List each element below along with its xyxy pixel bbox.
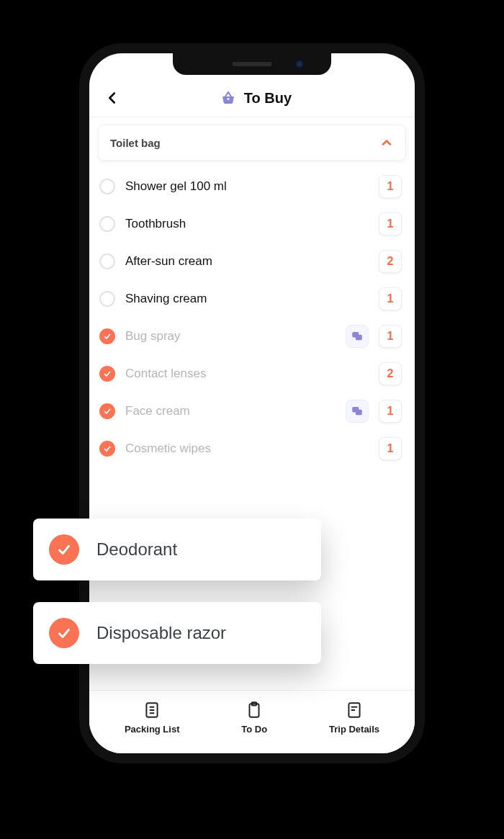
- quantity-button[interactable]: 1: [379, 325, 402, 348]
- item-label[interactable]: Cosmetic wipes: [125, 441, 369, 456]
- list-item: Cosmetic wipes1: [98, 430, 406, 467]
- svg-point-0: [227, 98, 229, 100]
- clipboard-icon: [245, 701, 264, 719]
- back-button[interactable]: [102, 88, 122, 108]
- callout-card: Deodorant: [33, 519, 321, 580]
- item-label[interactable]: Face cream: [125, 404, 336, 418]
- basket-icon: [220, 89, 237, 107]
- list-icon: [143, 701, 161, 719]
- checkbox-unchecked[interactable]: [99, 254, 115, 269]
- checkbox-checked[interactable]: [99, 403, 115, 419]
- item-label[interactable]: Shower gel 100 ml: [125, 179, 369, 194]
- item-label[interactable]: After-sun cream: [125, 254, 369, 269]
- tab-label: To Do: [241, 724, 267, 735]
- checked-circle-icon: [49, 534, 79, 565]
- document-icon: [345, 701, 364, 719]
- item-label[interactable]: Contact lenses: [125, 367, 369, 381]
- section-title: Toilet bag: [110, 137, 161, 149]
- tab-label: Trip Details: [329, 724, 379, 735]
- item-label[interactable]: Toothbrush: [125, 217, 369, 231]
- checkbox-checked[interactable]: [99, 366, 115, 382]
- checkbox-checked[interactable]: [99, 441, 115, 457]
- page-title: To Buy: [244, 90, 292, 107]
- callout-label: Disposable razor: [96, 623, 226, 643]
- item-list: Shower gel 100 ml1Toothbrush1After-sun c…: [98, 168, 406, 467]
- tab-bar: Packing List To Do Trip Details: [89, 690, 415, 753]
- chevron-left-icon: [104, 90, 120, 106]
- device-notch: [173, 53, 331, 75]
- callout-label: Deodorant: [96, 539, 177, 560]
- list-item: Toothbrush1: [98, 205, 406, 243]
- quantity-button[interactable]: 1: [379, 400, 402, 423]
- callout-card: Disposable razor: [33, 602, 321, 664]
- checkbox-checked[interactable]: [99, 328, 115, 344]
- checkbox-unchecked[interactable]: [99, 216, 115, 232]
- list-item: Contact lenses2: [98, 355, 406, 392]
- chevron-up-icon: [379, 135, 394, 150]
- note-icon[interactable]: [346, 325, 369, 348]
- svg-rect-4: [356, 410, 362, 416]
- quantity-button[interactable]: 2: [379, 362, 402, 385]
- checkbox-unchecked[interactable]: [99, 179, 115, 194]
- quantity-button[interactable]: 1: [379, 175, 402, 198]
- checkbox-unchecked[interactable]: [99, 291, 115, 307]
- list-item: Bug spray1: [98, 318, 406, 355]
- tab-packing-list[interactable]: Packing List: [125, 701, 180, 735]
- quantity-button[interactable]: 1: [379, 287, 402, 310]
- tab-trip-details[interactable]: Trip Details: [329, 701, 379, 735]
- list-item: Shaving cream1: [98, 280, 406, 318]
- checked-circle-icon: [49, 618, 79, 648]
- tab-to-do[interactable]: To Do: [241, 701, 267, 735]
- item-label[interactable]: Bug spray: [125, 329, 336, 344]
- note-icon[interactable]: [346, 400, 369, 423]
- quantity-button[interactable]: 1: [379, 437, 402, 460]
- item-label[interactable]: Shaving cream: [125, 292, 369, 306]
- list-item: Face cream1: [98, 392, 406, 430]
- tab-label: Packing List: [125, 724, 180, 735]
- quantity-button[interactable]: 1: [379, 212, 402, 235]
- list-item: Shower gel 100 ml1: [98, 168, 406, 205]
- quantity-button[interactable]: 2: [379, 250, 402, 273]
- svg-rect-2: [356, 335, 362, 341]
- section-header-toilet-bag[interactable]: Toilet bag: [98, 125, 406, 161]
- list-item: After-sun cream2: [98, 243, 406, 280]
